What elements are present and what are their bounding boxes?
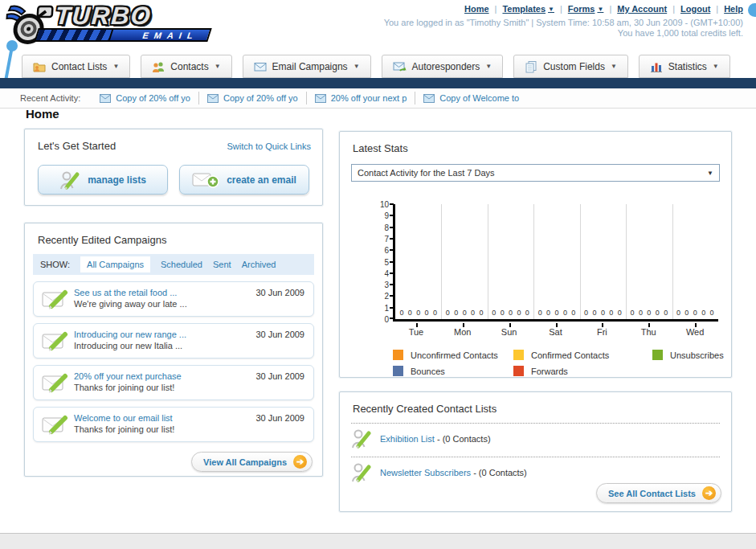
- filter-sent[interactable]: Sent: [213, 260, 231, 269]
- contact-lists-title: Recently Created Contact Lists: [340, 392, 731, 420]
- data-value-label: 0: [593, 309, 597, 317]
- contact-list-link[interactable]: Exhibition List: [380, 434, 435, 444]
- campaign-subtitle: Introducing our new Italia ...: [74, 341, 182, 350]
- data-value-label: 0: [538, 309, 542, 317]
- chevron-down-icon: ▼: [112, 63, 119, 70]
- view-all-campaigns-button[interactable]: View All Campaigns ➔: [191, 452, 313, 472]
- campaign-link[interactable]: Welcome to our email list: [74, 413, 173, 423]
- tab-statistics[interactable]: Statistics▼: [639, 55, 730, 78]
- chart-gridline: [533, 204, 534, 319]
- y-axis-tick-mark: [390, 203, 394, 205]
- y-axis-tick-label: 6: [371, 246, 389, 255]
- tab-custom-fields[interactable]: Custom Fields▼: [513, 55, 628, 78]
- recent-activity-item[interactable]: 20% off your next p: [307, 92, 416, 104]
- contact-list-link[interactable]: Newsletter Subscribers: [380, 468, 471, 477]
- chart-gridline: [441, 204, 442, 319]
- legend-label: Confirmed Contacts: [531, 350, 609, 360]
- data-value-label: 0: [631, 309, 635, 317]
- stats-period-select[interactable]: Contact Activity for the Last 7 Days ▼: [351, 164, 720, 182]
- chart-gridline: [580, 204, 581, 319]
- tab-contacts[interactable]: Contacts▼: [141, 55, 231, 78]
- manage-lists-label: manage lists: [88, 174, 146, 186]
- campaign-link[interactable]: Introducing our new range ...: [74, 330, 186, 339]
- tab-label: Email Campaigns: [272, 61, 348, 72]
- divider: [609, 4, 611, 14]
- legend-item: Unconfirmed Contacts: [393, 350, 513, 360]
- activity-item-label: 20% off your next p: [331, 93, 407, 103]
- y-axis-tick-label: 3: [371, 281, 389, 289]
- contacts-icon: [152, 60, 165, 73]
- legend-swatch: [513, 366, 524, 376]
- create-email-button[interactable]: create an email: [179, 165, 309, 195]
- tab-label: Custom Fields: [543, 61, 605, 72]
- data-value-label: 0: [425, 309, 429, 317]
- app-window: TURBO EMAIL Home Templates▼ Forms▼ My Ac…: [0, 0, 756, 549]
- tab-email-campaigns[interactable]: Email Campaigns▼: [243, 55, 371, 78]
- chart-value-labels: 00000: [672, 309, 718, 317]
- y-axis-tick-mark: [390, 307, 394, 309]
- manage-lists-button[interactable]: manage lists: [38, 165, 168, 195]
- tab-autoresponders[interactable]: Autoresponders▼: [382, 55, 504, 78]
- campaigns-title: Recently Edited Campaigns: [25, 223, 322, 251]
- nav-link-templates[interactable]: Templates▼: [502, 4, 554, 14]
- data-value-label: 0: [509, 309, 513, 317]
- data-value-label: 0: [639, 309, 643, 317]
- filter-archived[interactable]: Archived: [242, 260, 276, 269]
- logo-stripes: [36, 30, 113, 40]
- nav-link-home[interactable]: Home: [464, 4, 489, 14]
- nav-link-my-account[interactable]: My Account: [617, 4, 667, 14]
- logo-title: TURBO: [54, 2, 153, 31]
- y-axis-tick-label: 7: [371, 235, 389, 244]
- turbo-email-logo: TURBO EMAIL: [3, 2, 223, 47]
- envelope-pencil-icon: [42, 373, 69, 395]
- chevron-down-icon: ▼: [713, 63, 719, 70]
- tab-contact-lists[interactable]: Contact Lists▼: [22, 55, 130, 78]
- switch-quick-links[interactable]: Switch to Quick Links: [227, 141, 311, 151]
- view-all-campaigns-label: View All Campaigns: [203, 457, 287, 467]
- data-value-label: 0: [656, 309, 660, 317]
- activity-item-label: Copy of 20% off yo: [116, 93, 190, 103]
- tab-label: Contacts: [170, 61, 208, 72]
- envelope-icon: [207, 94, 219, 103]
- data-value-label: 0: [647, 309, 651, 317]
- envelope-icon: [100, 94, 111, 103]
- data-value-label: 0: [710, 309, 714, 317]
- y-axis-tick-mark: [390, 238, 394, 240]
- nav-link-help[interactable]: Help: [724, 4, 743, 14]
- see-all-contact-lists-button[interactable]: See All Contact Lists ➔: [596, 483, 721, 503]
- envelope-icon: [423, 94, 435, 103]
- data-value-label: 0: [525, 309, 529, 317]
- envelope-icon: [315, 94, 326, 103]
- envelope-plus-icon: [192, 170, 219, 190]
- envelope-pencil-icon: [42, 415, 69, 436]
- create-email-label: create an email: [227, 174, 296, 186]
- chart-legend: Unconfirmed ContactsConfirmed ContactsUn…: [393, 350, 731, 376]
- envelope-arrow-icon: [393, 60, 407, 73]
- envelope-pencil-icon: [42, 331, 69, 353]
- recent-activity-item[interactable]: Copy of 20% off yo: [199, 92, 307, 104]
- x-axis-tick-label: Sat: [533, 324, 579, 337]
- data-value-label: 0: [408, 309, 412, 317]
- header: TURBO EMAIL Home Templates▼ Forms▼ My Ac…: [0, 0, 756, 50]
- divider: [672, 4, 675, 14]
- campaign-link[interactable]: See us at the retail food ...: [74, 288, 177, 297]
- chevron-down-icon: ▼: [215, 63, 221, 70]
- recent-activity-item[interactable]: Copy of 20% off yo: [92, 92, 199, 104]
- filter-scheduled[interactable]: Scheduled: [161, 260, 202, 269]
- header-nav: Home Templates▼ Forms▼ My Account Logout…: [464, 4, 743, 14]
- legend-label: Forwards: [531, 367, 568, 376]
- campaign-date: 30 Jun 2009: [255, 413, 304, 423]
- y-axis-tick-label: 8: [371, 223, 389, 232]
- y-axis-tick-mark: [390, 318, 394, 319]
- nav-link-logout[interactable]: Logout: [680, 4, 710, 14]
- filter-all-campaigns[interactable]: All Campaigns: [80, 256, 150, 272]
- pages-icon: [525, 60, 537, 73]
- data-value-label: 0: [517, 309, 521, 317]
- x-axis-tick-label: Sun: [486, 324, 533, 337]
- campaign-link[interactable]: 20% off your next purchase: [74, 371, 182, 381]
- campaigns-filter-bar: SHOW: All Campaigns Scheduled Sent Archi…: [33, 254, 314, 275]
- y-axis-tick-label: 4: [371, 269, 389, 278]
- recent-activity-item[interactable]: Copy of Welcome to: [415, 92, 527, 104]
- nav-link-forms[interactable]: Forms▼: [568, 4, 604, 14]
- activity-item-label: Copy of Welcome to: [439, 93, 519, 103]
